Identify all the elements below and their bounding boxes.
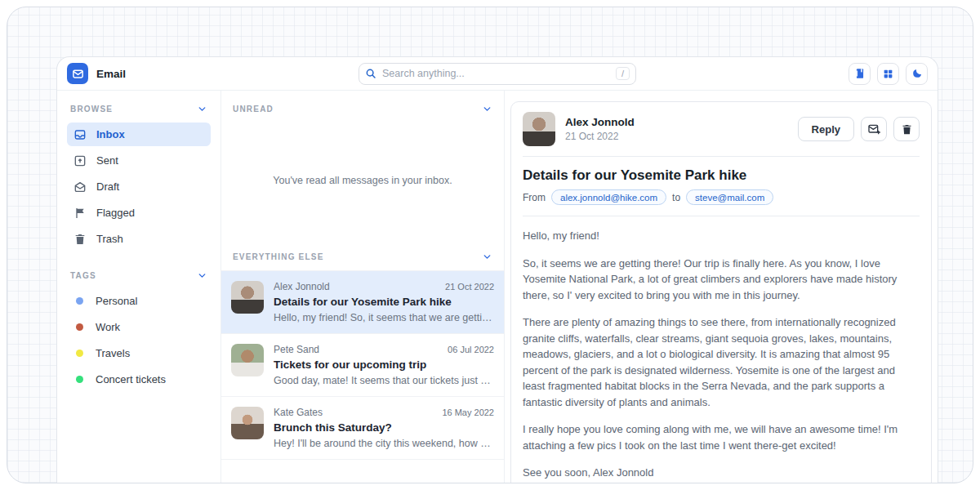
trash-icon xyxy=(901,123,913,136)
detail-date: 21 Oct 2022 xyxy=(565,131,635,142)
mail-preview: Hey! I'll be around the city this weeken… xyxy=(274,438,494,449)
dark-mode-toggle[interactable] xyxy=(906,63,928,85)
detail-header: Alex Jonnold 21 Oct 2022 Reply xyxy=(511,102,931,156)
to-label: to xyxy=(672,192,680,203)
avatar xyxy=(231,281,264,314)
mail-list-item[interactable]: Pete Sand 06 Jul 2022 Tickets for our up… xyxy=(221,333,504,396)
delete-button[interactable] xyxy=(893,117,920,141)
unread-section-header[interactable]: UNREAD xyxy=(221,91,504,122)
mail-item-body: Pete Sand 06 Jul 2022 Tickets for our up… xyxy=(274,344,494,386)
unread-label: UNREAD xyxy=(233,105,274,114)
body-paragraph: There are plenty of amazing things to se… xyxy=(523,314,920,410)
everything-else-section-header[interactable]: EVERYTHING ELSE xyxy=(221,238,504,270)
tag-label: Concert tickets xyxy=(96,373,166,385)
from-label: From xyxy=(523,192,546,203)
mail-subject: Details for our Yosemite Park hike xyxy=(274,296,494,308)
forward-button[interactable] xyxy=(861,117,887,141)
envelope-plus-icon xyxy=(867,122,880,136)
mail-detail-card: Alex Jonnold 21 Oct 2022 Reply xyxy=(510,101,932,483)
flag-icon xyxy=(74,207,87,220)
moon-icon xyxy=(911,68,923,79)
detail-sender-name: Alex Jonnold xyxy=(565,116,635,128)
from-email-chip[interactable]: alex.jonnold@hike.com xyxy=(551,189,666,205)
browse-label: BROWSE xyxy=(70,105,113,114)
mail-list-column: UNREAD You've read all messages in your … xyxy=(220,91,505,483)
email-logo xyxy=(67,63,88,84)
tag-label: Personal xyxy=(96,295,137,307)
chevron-down-icon[interactable] xyxy=(197,104,207,114)
mail-subject: Tickets for our upcoming trip xyxy=(274,359,494,371)
mail-detail-column: Alex Jonnold 21 Oct 2022 Reply xyxy=(505,91,938,483)
tags-section-header[interactable]: TAGS xyxy=(67,269,211,289)
mail-sender: Pete Sand xyxy=(274,344,319,355)
body-paragraph: Hello, my friend! xyxy=(523,228,920,244)
tag-item-concert-tickets[interactable]: Concert tickets xyxy=(67,368,211,391)
apps-grid-icon xyxy=(883,69,893,79)
chevron-down-icon[interactable] xyxy=(482,252,492,262)
tags-label: TAGS xyxy=(70,271,96,280)
page-background: Email / xyxy=(7,7,973,483)
sidebar-item-label: Trash xyxy=(96,233,123,245)
body-paragraph: So, it seems we are getting there! Our t… xyxy=(523,256,920,304)
body-paragraph: I really hope you love coming along with… xyxy=(523,421,920,453)
detail-sender-block: Alex Jonnold 21 Oct 2022 xyxy=(565,116,635,142)
mail-sender: Kate Gates xyxy=(274,407,323,418)
sidebar-item-inbox[interactable]: Inbox xyxy=(67,122,211,146)
sent-icon xyxy=(74,154,87,167)
inbox-icon xyxy=(74,128,87,141)
everything-else-label: EVERYTHING ELSE xyxy=(233,252,324,261)
mail-list-item[interactable]: Kate Gates 16 May 2022 Brunch this Satur… xyxy=(221,396,504,460)
detail-subject: Details for our Yosemite Park hike xyxy=(511,157,931,189)
detail-body: Hello, my friend! So, it seems we are ge… xyxy=(511,216,931,483)
detail-actions: Reply xyxy=(798,117,920,141)
draft-icon xyxy=(74,180,87,194)
apps-grid-button[interactable] xyxy=(877,63,899,85)
chevron-down-icon[interactable] xyxy=(197,270,207,281)
avatar xyxy=(231,344,264,376)
header-actions xyxy=(849,63,928,85)
tag-color-dot xyxy=(76,297,83,305)
mail-item-body: Kate Gates 16 May 2022 Brunch this Satur… xyxy=(274,407,494,449)
app-header: Email / xyxy=(57,57,938,91)
notebook-button[interactable] xyxy=(849,63,871,85)
mail-subject: Brunch this Saturday? xyxy=(274,421,494,434)
tag-item-personal[interactable]: Personal xyxy=(67,289,211,313)
sidebar-item-label: Sent xyxy=(96,154,118,167)
mail-list-item[interactable]: Alex Jonnold 21 Oct 2022 Details for our… xyxy=(221,270,504,333)
browse-section-header[interactable]: BROWSE xyxy=(67,102,211,122)
tag-color-dot xyxy=(76,350,83,357)
mail-date: 21 Oct 2022 xyxy=(445,282,494,292)
search-input[interactable] xyxy=(382,68,610,79)
email-app-window: Email / xyxy=(56,56,938,483)
tag-item-travels[interactable]: Travels xyxy=(67,341,211,365)
search-shortcut-key: / xyxy=(616,67,630,80)
trash-icon xyxy=(74,233,87,246)
mail-preview: Hello, my friend! So, it seems that we a… xyxy=(274,312,494,323)
envelope-icon xyxy=(72,68,84,80)
sidebar-item-label: Draft xyxy=(96,180,119,193)
to-email-chip[interactable]: steve@mail.com xyxy=(686,189,773,205)
avatar xyxy=(231,407,264,439)
mail-date: 16 May 2022 xyxy=(442,408,494,417)
sidebar-item-label: Flagged xyxy=(96,207,135,219)
tag-color-dot xyxy=(76,323,83,331)
chevron-down-icon[interactable] xyxy=(482,104,492,114)
body-paragraph: See you soon, Alex Jonnold xyxy=(523,465,920,481)
notebook-icon xyxy=(854,68,866,79)
app-title: Email xyxy=(96,68,126,80)
sidebar-item-flagged[interactable]: Flagged xyxy=(67,201,211,225)
mail-preview: Good day, mate! It seems that our ticket… xyxy=(274,375,494,386)
unread-empty-state: You've read all messages in your inbox. xyxy=(221,122,504,238)
mail-sender: Alex Jonnold xyxy=(274,281,330,292)
search-bar[interactable]: / xyxy=(359,63,636,85)
sidebar-item-sent[interactable]: Sent xyxy=(67,149,211,172)
app-main: BROWSE Inbox Sent xyxy=(57,91,938,483)
mail-item-body: Alex Jonnold 21 Oct 2022 Details for our… xyxy=(274,281,494,323)
sidebar-item-trash[interactable]: Trash xyxy=(67,227,211,251)
reply-button[interactable]: Reply xyxy=(798,117,854,141)
tag-item-work[interactable]: Work xyxy=(67,315,211,339)
search-icon xyxy=(365,68,376,79)
tag-color-dot xyxy=(76,376,83,383)
sidebar-item-draft[interactable]: Draft xyxy=(67,175,211,198)
mail-date: 06 Jul 2022 xyxy=(448,345,494,354)
